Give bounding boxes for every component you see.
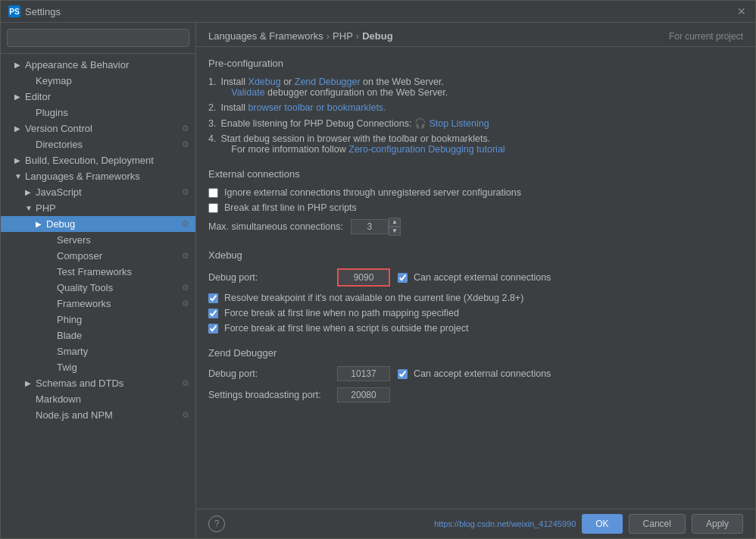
sidebar-item-schemas-dtds[interactable]: ▶ Schemas and DTDs ⚙ [1, 375, 195, 391]
zend-can-accept-checkbox[interactable] [398, 369, 408, 379]
sidebar-item-twig[interactable]: Twig [1, 359, 195, 375]
tree-items: ▶ Appearance & Behavior Keymap ▶ Editor … [1, 54, 195, 538]
for-project-label: For current project [669, 31, 743, 42]
settings-broadcast-row: Settings broadcasting port: [208, 387, 743, 403]
sidebar-item-label: Directories [36, 139, 179, 150]
sidebar-item-frameworks[interactable]: Frameworks ⚙ [1, 296, 195, 312]
sidebar-item-label: Frameworks [57, 298, 179, 309]
sidebar-item-directories[interactable]: Directories ⚙ [1, 136, 195, 152]
settings-icon: ⚙ [182, 124, 189, 133]
sidebar-item-languages-frameworks[interactable]: ▼ Languages & Frameworks [1, 168, 195, 184]
xdebug-can-accept-row: Can accept external connections [398, 272, 551, 283]
sidebar-item-debug[interactable]: ▶ Debug ⚙ [1, 216, 195, 232]
xdebug-link[interactable]: Xdebug [248, 77, 281, 87]
sidebar-item-appearance-behavior[interactable]: ▶ Appearance & Behavior [1, 57, 195, 73]
cancel-button[interactable]: Cancel [629, 514, 686, 534]
stop-listening-link[interactable]: Stop Listening [429, 118, 489, 129]
break-first-line-label: Break at first line in PHP scripts [224, 202, 357, 213]
sidebar-item-phing[interactable]: Phing [1, 312, 195, 327]
max-connections-input[interactable] [351, 219, 389, 234]
sidebar-item-servers[interactable]: Servers [1, 232, 195, 248]
help-button[interactable]: ? [208, 515, 225, 532]
sidebar-item-quality-tools[interactable]: Quality Tools ⚙ [1, 280, 195, 296]
sidebar-item-label: Build, Execution, Deployment [25, 155, 189, 166]
settings-icon: ⚙ [182, 299, 189, 309]
breadcrumb-sep-2: › [356, 30, 359, 42]
settings-broadcast-input[interactable] [337, 387, 390, 403]
sidebar-item-label: Quality Tools [57, 282, 179, 293]
step-1-text: Install Xdebug or Zend Debugger on the W… [220, 77, 448, 98]
title-bar-left: PS Settings [8, 5, 61, 17]
sidebar-item-label: Phing [57, 314, 189, 325]
break-first-line-checkbox[interactable] [208, 203, 218, 213]
xdebug-title: Xdebug [208, 249, 743, 261]
resolve-breakpoint-checkbox[interactable] [208, 293, 218, 303]
external-connections-section: External connections Ignore external con… [208, 168, 743, 236]
close-button[interactable]: ✕ [736, 5, 748, 17]
xdebug-can-accept-label: Can accept external connections [414, 272, 551, 283]
sidebar-item-composer[interactable]: Composer ⚙ [1, 248, 195, 264]
step-num-4: 4. [208, 133, 216, 144]
max-connections-input-group: ▲ ▼ [351, 218, 401, 236]
xdebug-port-label: Debug port: [208, 272, 330, 283]
sidebar-item-build-execution-deployment[interactable]: ▶ Build, Execution, Deployment [1, 152, 195, 168]
resolve-breakpoint-row: Resolve breakpoint if it's not available… [208, 293, 743, 303]
force-break-no-path-checkbox[interactable] [208, 309, 218, 318]
sidebar-item-blade[interactable]: Blade [1, 327, 195, 343]
zend-port-row: Debug port: Can accept external connecti… [208, 366, 743, 381]
settings-icon: ⚙ [182, 139, 189, 149]
arrow-icon: ▼ [14, 172, 22, 180]
sidebar-item-javascript[interactable]: ▶ JavaScript ⚙ [1, 184, 195, 200]
preconfiguration-title: Pre-configuration [208, 58, 743, 69]
sidebar-item-keymap[interactable]: Keymap [1, 73, 195, 89]
search-input[interactable] [7, 29, 189, 47]
zend-debugger-link[interactable]: Zend Debugger [295, 77, 361, 87]
sidebar-item-php[interactable]: ▼ PHP [1, 200, 195, 216]
step-3: 3. Enable listening for PHP Debug Connec… [208, 118, 743, 129]
arrow-icon: ▶ [14, 61, 22, 69]
step-1: 1. Install Xdebug or Zend Debugger on th… [208, 77, 743, 98]
sidebar-item-label: Languages & Frameworks [25, 171, 189, 182]
main-panel: Languages & Frameworks › PHP › Debug For… [196, 23, 755, 538]
xdebug-can-accept-checkbox[interactable] [398, 273, 408, 283]
settings-broadcast-label: Settings broadcasting port: [208, 390, 330, 400]
sidebar-item-label: Editor [25, 91, 189, 102]
force-break-outside-checkbox[interactable] [208, 324, 218, 334]
arrow-icon: ▶ [14, 92, 22, 101]
breadcrumb-part-1: Languages & Frameworks [208, 30, 323, 42]
force-break-outside-label: Force break at first line when a script … [224, 323, 468, 334]
bookmarklets-link[interactable]: browser toolbar or bookmarklets. [248, 102, 386, 113]
sidebar-item-label: Appearance & Behavior [25, 59, 189, 71]
sidebar-item-label: Debug [46, 218, 179, 230]
sidebar-item-markdown[interactable]: Markdown [1, 391, 195, 407]
zend-debugger-title: Zend Debugger [208, 347, 743, 359]
sidebar-item-nodejs-npm[interactable]: Node.js and NPM ⚙ [1, 407, 195, 423]
ok-button[interactable]: OK [582, 514, 622, 534]
zero-config-link[interactable]: Zero-configuration Debugging tutorial [348, 144, 505, 155]
step-2: 2. Install browser toolbar or bookmarkle… [208, 102, 743, 113]
sidebar-item-label: Servers [57, 234, 189, 246]
sidebar-item-label: Composer [57, 250, 179, 262]
sidebar-item-plugins[interactable]: Plugins [1, 105, 195, 121]
spin-down-button[interactable]: ▼ [389, 227, 401, 236]
sidebar-item-test-frameworks[interactable]: Test Frameworks [1, 264, 195, 280]
max-connections-label: Max. simultaneous connections: [208, 221, 343, 232]
apply-button[interactable]: Apply [692, 514, 743, 534]
spin-up-button[interactable]: ▲ [389, 218, 401, 227]
zend-port-input[interactable] [337, 366, 390, 381]
validate-link[interactable]: Validate [231, 87, 264, 98]
ignore-ext-checkbox[interactable] [208, 188, 218, 198]
zend-port-label: Debug port: [208, 368, 330, 379]
xdebug-port-input[interactable] [337, 268, 390, 287]
step-4-text: Start debug session in browser with the … [220, 133, 505, 155]
sidebar-item-smarty[interactable]: Smarty [1, 343, 195, 359]
sidebar-item-label: Twig [57, 362, 189, 373]
sidebar-item-version-control[interactable]: ▶ Version Control ⚙ [1, 121, 195, 136]
settings-icon: ⚙ [182, 283, 189, 293]
bottom-actions: OK Cancel Apply [582, 514, 743, 534]
zend-can-accept-row: Can accept external connections [398, 368, 551, 379]
breadcrumb: Languages & Frameworks › PHP › Debug [208, 30, 393, 42]
arrow-icon: ▶ [25, 188, 33, 196]
sidebar-item-editor[interactable]: ▶ Editor [1, 89, 195, 105]
step-4: 4. Start debug session in browser with t… [208, 133, 743, 155]
